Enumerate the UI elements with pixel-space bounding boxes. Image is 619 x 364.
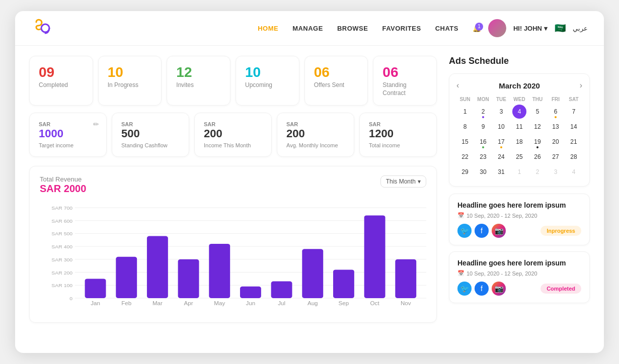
notification-badge: 1 (475, 23, 483, 31)
calendar-day[interactable]: 12 (529, 120, 546, 134)
calendar-day[interactable]: 11 (511, 120, 528, 134)
finance-amount-1: 500 (121, 127, 180, 140)
calendar-day[interactable]: 6 (547, 105, 564, 119)
calendar-day[interactable]: 21 (565, 135, 582, 149)
calendar-month: March 2020 (499, 81, 540, 90)
revenue-info: Total Revenue SAR 2000 (40, 175, 86, 195)
twitter-icon[interactable]: 🐦 (457, 282, 472, 296)
svg-text:Feb: Feb (121, 301, 131, 306)
svg-text:Nov: Nov (401, 301, 411, 306)
calendar-day[interactable]: 2 (475, 105, 492, 119)
calendar-day[interactable]: 31 (493, 165, 510, 179)
finance-cards: ✏ SAR 1000 Target income SAR 500 Standin… (29, 113, 437, 157)
calendar-day[interactable]: 30 (475, 165, 492, 179)
stat-card-invites: 12 Invites (167, 56, 230, 106)
calendar-day[interactable]: 25 (511, 150, 528, 164)
instagram-icon[interactable]: 📷 (492, 224, 506, 238)
status-badge: Inprogress (540, 226, 581, 236)
calendar-day[interactable]: 4 (565, 165, 582, 179)
stat-card-completed: 09 Completed (29, 56, 93, 106)
stat-card-standing: 06 Standing Contract (373, 56, 437, 106)
nav-chats[interactable]: CHATS (435, 25, 458, 32)
user-name[interactable]: HI! JOHN ▾ (513, 25, 548, 32)
finance-desc-0: Target income (39, 142, 97, 148)
stat-label-upcoming: Upcoming (245, 81, 290, 89)
lang-label[interactable]: عربي (573, 25, 588, 32)
finance-currency-0: SAR (39, 121, 97, 127)
calendar-day[interactable]: 14 (565, 120, 582, 134)
calendar-day[interactable]: 26 (529, 150, 546, 164)
svg-rect-29 (271, 282, 292, 298)
edit-icon[interactable]: ✏ (93, 120, 99, 128)
nav-browse[interactable]: BROWSE (337, 25, 368, 32)
calendar-day[interactable]: 27 (547, 150, 564, 164)
stat-card-upcoming: 10 Upcoming (236, 56, 299, 106)
ad-footer: 🐦 f 📷 Completed (457, 282, 581, 296)
month-selector[interactable]: This Month ▾ (380, 175, 426, 188)
calendar-grid: SUNMONTUEWEDTHUFRISAT1234567891011121314… (456, 95, 582, 179)
calendar-day[interactable]: 20 (547, 135, 564, 149)
instagram-icon[interactable]: 📷 (492, 282, 506, 296)
svg-text:May: May (214, 301, 225, 306)
nav-home[interactable]: HOME (258, 25, 278, 32)
calendar-day[interactable]: 1 (456, 105, 474, 119)
calendar-day[interactable]: 15 (456, 135, 474, 149)
calendar-day[interactable]: 3 (547, 165, 564, 179)
calendar-day[interactable]: 18 (511, 135, 528, 149)
finance-amount-3: 200 (286, 127, 345, 140)
facebook-icon[interactable]: f (475, 224, 489, 238)
calendar-day[interactable]: 1 (511, 165, 528, 179)
stat-number-inprogress: 10 (108, 64, 152, 80)
header: HOME MANAGE BROWSE FAVORITES CHATS 🔔 1 H… (15, 11, 604, 46)
finance-card-total: SAR 1200 Total income (359, 113, 437, 157)
stat-label-completed: Completed (39, 81, 84, 89)
calendar-next[interactable]: › (580, 81, 582, 90)
svg-rect-17 (85, 279, 106, 299)
calendar-day[interactable]: 13 (547, 120, 564, 134)
stat-label-invites: Invites (176, 81, 221, 89)
finance-desc-3: Avg. Monthly Income (286, 142, 345, 148)
facebook-icon[interactable]: f (475, 282, 489, 296)
stat-number-completed: 09 (39, 64, 84, 80)
svg-text:SAR 500: SAR 500 (51, 231, 72, 236)
svg-text:SAR 700: SAR 700 (51, 206, 72, 211)
calendar-day[interactable]: 19 (529, 135, 546, 149)
calendar-day[interactable]: 5 (529, 105, 546, 119)
svg-text:SAR 200: SAR 200 (51, 270, 72, 275)
ads-schedule-title: Ads Schedule (449, 56, 590, 66)
revenue-amount: SAR 2000 (40, 183, 86, 195)
calendar-day[interactable]: 29 (456, 165, 474, 179)
revenue-title: Total Revenue (40, 175, 86, 183)
stat-number-standing: 06 (382, 64, 427, 80)
calendar-day[interactable]: 16 (475, 135, 492, 149)
calendar-day[interactable]: 28 (565, 150, 582, 164)
svg-rect-35 (364, 216, 385, 299)
svg-text:Sep: Sep (339, 301, 349, 306)
calendar-day[interactable]: 22 (456, 150, 474, 164)
calendar-day[interactable]: 10 (493, 120, 510, 134)
calendar-day[interactable]: 24 (493, 150, 510, 164)
finance-amount-0: 1000 (39, 127, 97, 140)
finance-currency-2: SAR (204, 121, 262, 127)
nav-manage[interactable]: MANAGE (292, 25, 323, 32)
calendar-day[interactable]: 17 (493, 135, 510, 149)
finance-card-cashflow: SAR 500 Standing Cashflow (112, 113, 189, 157)
ad-footer: 🐦 f 📷 Inprogress (457, 224, 581, 238)
calendar-day[interactable]: 3 (493, 105, 510, 119)
calendar-day-name: SUN (456, 95, 474, 104)
calendar-day[interactable]: 2 (529, 165, 546, 179)
twitter-icon[interactable]: 🐦 (457, 224, 472, 238)
calendar-day[interactable]: 7 (565, 105, 582, 119)
calendar-prev[interactable]: ‹ (456, 81, 459, 90)
chevron-down-icon: ▾ (418, 178, 421, 185)
calendar-day[interactable]: 23 (475, 150, 492, 164)
nav-favorites[interactable]: FAVORITES (382, 25, 421, 32)
notification-button[interactable]: 🔔 1 (473, 25, 481, 32)
calendar-day[interactable]: 8 (456, 120, 474, 134)
stat-label-inprogress: In Progress (108, 81, 152, 89)
calendar-day[interactable]: 9 (475, 120, 492, 134)
bar-chart-area: 0SAR 100SAR 200SAR 300SAR 400SAR 500SAR … (40, 203, 426, 313)
main-nav: HOME MANAGE BROWSE FAVORITES CHATS (258, 25, 458, 32)
calendar-day[interactable]: 4 (511, 105, 528, 119)
revenue-chart: 0SAR 100SAR 200SAR 300SAR 400SAR 500SAR … (40, 203, 426, 313)
